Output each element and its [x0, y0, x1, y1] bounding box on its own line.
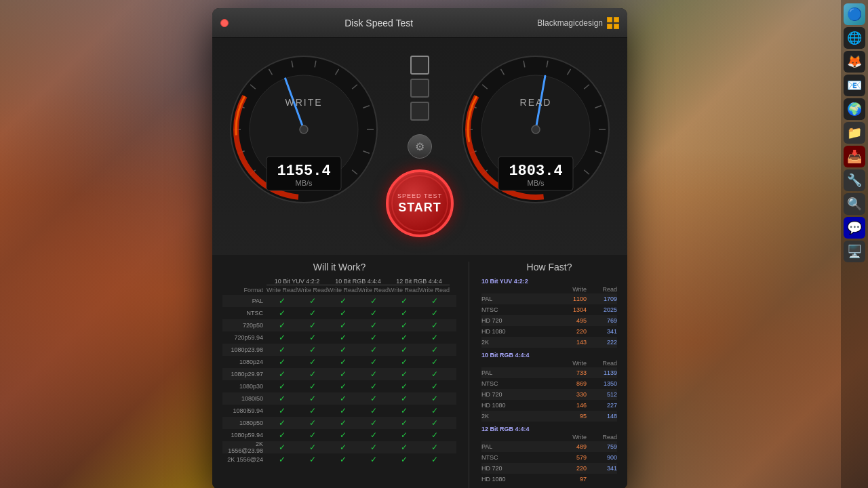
check-mark: ✓	[297, 418, 328, 428]
dock-icon-9[interactable]: 🔍	[844, 193, 865, 215]
speed-write-value: 495	[556, 317, 587, 324]
row-format-label: 1080p29.97	[222, 371, 267, 378]
window-title: Disk Speed Test	[220, 18, 537, 28]
center-panel: ⚙ SPEED TEST START	[386, 56, 454, 237]
row-format-label: 2K 1556@24	[222, 456, 267, 463]
check-mark: ✓	[328, 455, 358, 464]
wr-header-4: Write Read	[358, 287, 389, 293]
selector-box-1[interactable]	[410, 56, 429, 75]
check-mark: ✓	[389, 430, 419, 440]
check-mark: ✓	[419, 406, 450, 415]
row-format-label: 1080p24	[222, 359, 267, 365]
table-row: 1080p59.94✓✓✓✓✓✓	[222, 429, 456, 441]
dock-icon-5[interactable]: 🌍	[844, 98, 865, 120]
check-mark: ✓	[419, 357, 450, 367]
speed-write-value: 1100	[556, 296, 587, 302]
list-item: HD 720330512	[481, 389, 617, 400]
check-mark: ✓	[328, 296, 358, 306]
speed-row-label: PAL	[481, 443, 556, 450]
speed-row-label: PAL	[481, 369, 556, 376]
check-mark: ✓	[389, 455, 419, 464]
title-bar: Disk Speed Test Blackmagicdesign	[212, 8, 627, 38]
list-item: HD 720495769	[481, 315, 617, 326]
data-area: Will it Work? 10 Bit YUV 4:2:2 10 Bit RG…	[212, 255, 627, 488]
speed-row-label: HD 1080	[481, 476, 556, 483]
check-mark: ✓	[389, 406, 419, 415]
check-mark: ✓	[389, 296, 419, 306]
speed-read-value: 222	[587, 339, 617, 346]
speed-row-label: NTSC	[481, 380, 556, 387]
dock-icon-finder[interactable]: 🔵	[844, 3, 865, 25]
row-format-label: 1080p30	[222, 383, 267, 390]
check-mark: ✓	[419, 430, 450, 440]
dock-icon-7[interactable]: 📥	[844, 146, 865, 167]
table-row: 1080p29.97✓✓✓✓✓✓	[222, 368, 456, 380]
write-gauge: 1155.4 MB/s WRITE	[226, 52, 382, 241]
speed-read-value: 341	[587, 465, 617, 472]
check-mark: ✓	[267, 455, 297, 464]
speed-codec-group: 12 Bit RGB 4:4:4WriteReadPAL489759NTSC57…	[481, 426, 617, 485]
speed-write-value: 95	[556, 413, 587, 420]
check-mark: ✓	[267, 357, 297, 367]
speed-row-label: NTSC	[481, 454, 556, 461]
codec-header-1: 10 Bit YUV 4:2:2	[267, 278, 328, 285]
wr-header-3: Write Read	[328, 287, 358, 293]
table-row: 720p50✓✓✓✓✓✓	[222, 319, 456, 331]
brand-name: Blackmagicdesign	[537, 18, 603, 28]
speed-row-label: HD 1080	[481, 328, 556, 335]
speed-write-value: 1304	[556, 306, 587, 313]
check-mark: ✓	[419, 308, 450, 318]
speed-col-headers: WriteRead	[481, 360, 617, 367]
speed-codec-title: 12 Bit RGB 4:4:4	[481, 426, 617, 432]
check-mark: ✓	[389, 308, 419, 318]
svg-text:1803.4: 1803.4	[509, 163, 562, 180]
dock-icon-4[interactable]: 📧	[844, 75, 865, 96]
wr-header-2: Write Read	[297, 287, 328, 293]
check-mark: ✓	[419, 345, 450, 354]
check-mark: ✓	[297, 443, 328, 452]
start-button[interactable]: SPEED TEST START	[386, 169, 454, 237]
start-button-sublabel: SPEED TEST	[397, 192, 442, 199]
settings-button[interactable]: ⚙	[408, 134, 432, 159]
dock-icon-2[interactable]: 🌐	[844, 27, 865, 49]
table-row: 1080p24✓✓✓✓✓✓	[222, 356, 456, 368]
check-mark: ✓	[358, 308, 389, 318]
check-mark: ✓	[297, 369, 328, 379]
speed-write-value: 97	[556, 476, 587, 483]
selector-box-3[interactable]	[410, 102, 429, 121]
svg-text:READ: READ	[520, 97, 552, 108]
speed-write-value: 330	[556, 391, 587, 398]
speed-read-value: 1139	[587, 369, 617, 376]
svg-text:WRITE: WRITE	[285, 97, 322, 108]
check-mark: ✓	[297, 382, 328, 391]
speed-row-label: 2K	[481, 413, 556, 420]
format-col-header: Format	[222, 287, 267, 293]
selector-box-2[interactable]	[410, 79, 429, 98]
check-mark: ✓	[419, 333, 450, 342]
dock-icon-11[interactable]: 🖥️	[844, 241, 865, 262]
dock-icon-6[interactable]: 📁	[844, 122, 865, 144]
check-mark: ✓	[358, 369, 389, 379]
list-item: PAL489759	[481, 441, 617, 452]
speed-codec-title: 10 Bit RGB 4:4:4	[481, 352, 617, 359]
check-mark: ✓	[328, 418, 358, 428]
divider	[469, 262, 469, 488]
speed-codec-group: 10 Bit YUV 4:2:2WriteReadPAL11001709NTSC…	[481, 278, 617, 348]
app-window: Disk Speed Test Blackmagicdesign	[212, 8, 627, 488]
dock-icon-3[interactable]: 🦊	[844, 51, 865, 73]
speed-read-value: 759	[587, 443, 617, 450]
check-mark: ✓	[419, 321, 450, 330]
list-item: 2K95148	[481, 411, 617, 422]
check-mark: ✓	[358, 455, 389, 464]
speed-write-value: 579	[556, 454, 587, 461]
speed-read-value: 512	[587, 391, 617, 398]
check-mark: ✓	[297, 345, 328, 354]
speed-read-value: 2025	[587, 306, 617, 313]
check-mark: ✓	[419, 443, 450, 452]
dock-icon-8[interactable]: 🔧	[844, 169, 865, 191]
how-fast-section: How Fast? 10 Bit YUV 4:2:2WriteReadPAL11…	[481, 262, 617, 488]
brand-logo: Blackmagicdesign	[537, 17, 619, 29]
dock-icon-10[interactable]: 💬	[844, 217, 865, 239]
check-mark: ✓	[389, 321, 419, 330]
start-button-label: START	[398, 201, 441, 215]
